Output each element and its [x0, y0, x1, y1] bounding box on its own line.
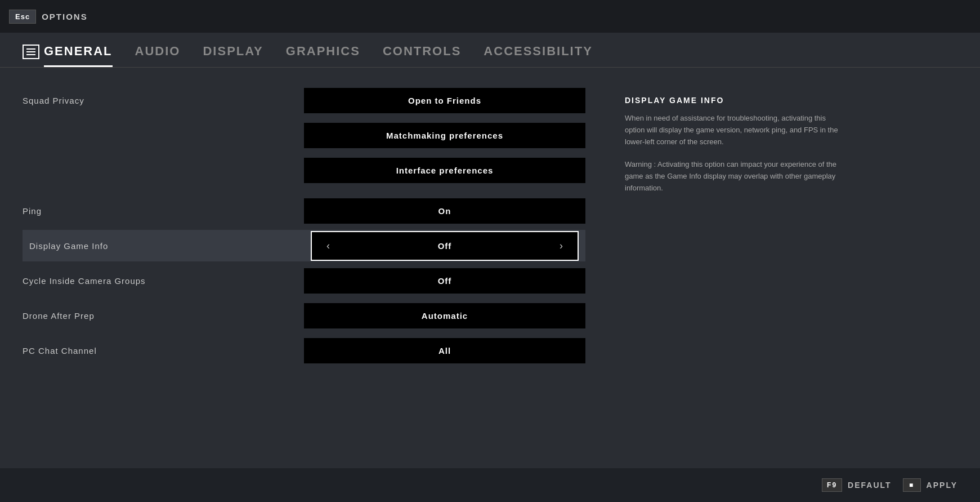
cycle-camera-row: Cycle Inside Camera Groups Off [23, 265, 585, 296]
apply-icon-badge: ■ [903, 478, 921, 492]
tab-general[interactable]: GENERAL [44, 44, 113, 67]
top-bar: Esc OPTIONS [0, 0, 980, 33]
matchmaking-button[interactable]: Matchmaking preferences [304, 123, 585, 148]
default-label: DEFAULT [848, 481, 892, 490]
matchmaking-control: Matchmaking preferences [304, 123, 585, 148]
tab-audio[interactable]: AUDIO [135, 44, 181, 67]
apply-label: APPLY [927, 481, 957, 490]
main-content: Squad Privacy Open to Friends Matchmakin… [0, 68, 980, 458]
pc-chat-channel-control: All [304, 338, 585, 363]
drone-after-prep-button[interactable]: Automatic [304, 303, 585, 328]
squad-privacy-button[interactable]: Open to Friends [304, 88, 585, 113]
cycle-camera-control: Off [304, 268, 585, 294]
esc-button[interactable]: Esc [9, 10, 36, 24]
cycle-camera-label: Cycle Inside Camera Groups [23, 276, 304, 286]
info-title: DISPLAY GAME INFO [625, 96, 844, 105]
interface-preferences-control: Interface preferences [304, 158, 585, 183]
pc-chat-channel-button[interactable]: All [304, 338, 585, 363]
pc-chat-channel-label: PC Chat Channel [23, 346, 304, 356]
default-button[interactable]: F9 DEFAULT [822, 478, 892, 492]
ping-control: On [304, 198, 585, 224]
tab-nav: GENERAL AUDIO DISPLAY GRAPHICS CONTROLS … [0, 33, 980, 68]
apply-button[interactable]: ■ APPLY [903, 478, 957, 492]
general-tab-icon [23, 45, 39, 59]
info-text-2: Warning : Activating this option can imp… [625, 159, 844, 194]
display-game-info-row: Display Game Info ‹ Off › [23, 230, 585, 261]
squad-privacy-row: Squad Privacy Open to Friends [23, 85, 585, 116]
tab-controls[interactable]: CONTROLS [383, 44, 461, 67]
display-game-info-value: Off [438, 241, 452, 251]
drone-after-prep-row: Drone After Prep Automatic [23, 300, 585, 331]
options-title: OPTIONS [42, 12, 88, 21]
interface-preferences-button[interactable]: Interface preferences [304, 158, 585, 183]
cycle-camera-button[interactable]: Off [304, 268, 585, 294]
default-key-badge: F9 [822, 478, 842, 492]
pc-chat-channel-row: PC Chat Channel All [23, 335, 585, 366]
tab-accessibility[interactable]: ACCESSIBILITY [484, 44, 592, 67]
display-game-info-control: ‹ Off › [311, 231, 579, 261]
tab-display[interactable]: DISPLAY [203, 44, 263, 67]
settings-panel: Squad Privacy Open to Friends Matchmakin… [23, 85, 585, 441]
bottom-bar: F9 DEFAULT ■ APPLY [0, 468, 980, 502]
info-panel: DISPLAY GAME INFO When in need of assist… [608, 85, 844, 441]
matchmaking-row: Matchmaking preferences [23, 119, 585, 151]
display-game-info-prev[interactable]: ‹ [323, 240, 333, 252]
tab-graphics[interactable]: GRAPHICS [286, 44, 360, 67]
ping-label: Ping [23, 206, 304, 216]
display-game-info-label: Display Game Info [29, 241, 311, 251]
ping-button[interactable]: On [304, 198, 585, 224]
info-text-1: When in need of assistance for troublesh… [625, 113, 844, 148]
squad-privacy-control: Open to Friends [304, 88, 585, 113]
interface-preferences-row: Interface preferences [23, 154, 585, 186]
drone-after-prep-label: Drone After Prep [23, 311, 304, 321]
squad-privacy-label: Squad Privacy [23, 96, 304, 105]
ping-row: Ping On [23, 195, 585, 226]
display-game-info-selector[interactable]: ‹ Off › [311, 231, 579, 261]
display-game-info-next[interactable]: › [556, 240, 566, 252]
drone-after-prep-control: Automatic [304, 303, 585, 328]
